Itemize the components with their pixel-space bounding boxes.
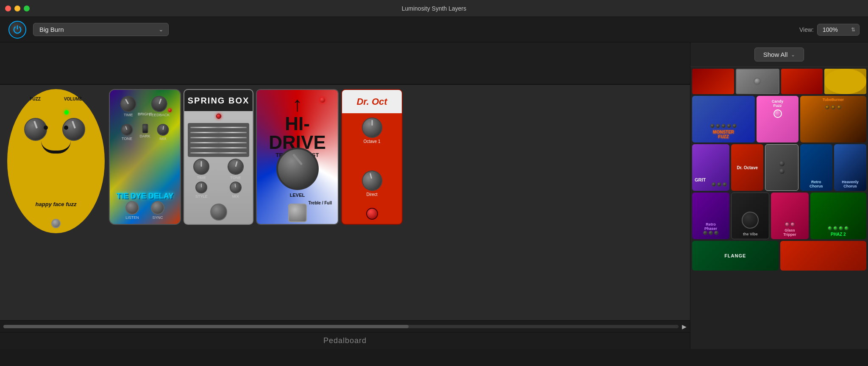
- pedalboard-scrollbar[interactable]: ▶: [0, 320, 690, 332]
- glasstripper-knobs: [785, 222, 795, 226]
- sidebar-pedal-whitebox[interactable]: [765, 144, 798, 191]
- springbox-led: [216, 114, 221, 119]
- feedback-knob-group[interactable]: FEEDBACK: [149, 96, 170, 117]
- sidebar-pedal-grit[interactable]: GRIT: [692, 144, 729, 191]
- title-bar: Luminosity Synth Layers: [0, 0, 868, 17]
- sidebar-pedal-phaz2[interactable]: PHAZ 2: [810, 193, 866, 239]
- sidebar-pedal-monster-fuzz[interactable]: MONSTERFUZZ: [692, 96, 755, 142]
- pedal-body-spring-box[interactable]: SPRING BOX: [184, 89, 253, 225]
- pedal-body-happy-face-fuzz[interactable]: FUZZ VOLUME: [7, 89, 105, 233]
- time-knob-group[interactable]: TIME: [120, 96, 136, 117]
- springbox-header: SPRING BOX: [184, 90, 253, 111]
- power-button[interactable]: [8, 21, 26, 39]
- hidrive-title: HI-DRIVE: [269, 115, 326, 152]
- sidebar-pedal-glass-tripper[interactable]: GlassTripper: [771, 193, 808, 239]
- sidebar-grid[interactable]: MONSTERFUZZ CandyFuzz TubeBurner: [690, 67, 868, 349]
- mix-knob-group[interactable]: MIX: [157, 124, 169, 141]
- sidebar-pedal-happyface-thumb[interactable]: [692, 69, 734, 94]
- hidrive-footswitch[interactable]: [288, 204, 307, 222]
- feedback-led: [168, 109, 171, 112]
- pedal-spring-box[interactable]: SPRING BOX: [184, 89, 253, 225]
- bright-toggle-group[interactable]: DARK: [139, 124, 150, 138]
- preset-dropdown[interactable]: Big Burn: [33, 23, 169, 36]
- whitebox-content: [765, 145, 798, 190]
- scrollbar-track[interactable]: [3, 325, 679, 328]
- sidebar-row-4: FLANGE: [692, 241, 866, 271]
- sidebar-row-1: MONSTERFUZZ CandyFuzz TubeBurner: [692, 96, 866, 142]
- sidebar-pedal-dr-octave-thumb[interactable]: Dr. Octave: [731, 144, 763, 191]
- sidebar-pedal-octafuzz-thumb[interactable]: [736, 69, 779, 94]
- sidebar-pedal-heavenly-chorus[interactable]: HeavenlyChorus: [834, 144, 866, 191]
- sidebar-row-2: GRIT Dr. Octave R: [692, 144, 866, 191]
- show-all-label: Show All: [763, 51, 788, 58]
- grit-title: GRIT: [695, 177, 727, 182]
- time-knob[interactable]: TIME: [193, 159, 209, 180]
- sidebar-pedal-tube-burner[interactable]: TubeBurner: [800, 96, 866, 142]
- sidebar-pedal-the-vibe[interactable]: the Vibe: [731, 193, 769, 239]
- springbox-title: SPRING BOX: [188, 96, 250, 106]
- retrochorus-title: RetroChorus: [810, 180, 823, 188]
- eye-right: [64, 126, 68, 130]
- eye-left: [44, 126, 48, 130]
- hidrive-arrow: ↑: [292, 94, 303, 115]
- sidebar-pedal-bigmuff-thumb[interactable]: [781, 69, 823, 94]
- tone-label: TONE: [122, 137, 132, 141]
- sidebar-pedal-red[interactable]: [780, 241, 867, 271]
- direct-knob[interactable]: Direct: [362, 170, 382, 197]
- scroll-right-arrow[interactable]: ▶: [682, 323, 687, 330]
- pedalboard-area: FUZZ VOLUME: [0, 42, 690, 349]
- mounting-bolt: [51, 219, 61, 228]
- pedal-body-dr-octave[interactable]: Dr. Oct Octave 1 Direct: [341, 89, 403, 225]
- droctave-thumb-title: Dr. Octave: [737, 165, 758, 170]
- sync-footswitch[interactable]: [151, 201, 164, 215]
- scrollbar-thumb[interactable]: [3, 325, 409, 328]
- sidebar-pedal-hff-thumb[interactable]: [824, 69, 866, 94]
- pedal-happy-face-fuzz[interactable]: FUZZ VOLUME: [6, 89, 106, 233]
- grit-knobs: [712, 182, 727, 187]
- droct-led[interactable]: [366, 208, 378, 220]
- candyfuzz-knob: [773, 109, 782, 118]
- springbox-footswitch[interactable]: [210, 204, 227, 221]
- dark-label: DARK: [139, 134, 150, 138]
- listen-label: LISTEN: [125, 215, 139, 220]
- pedal-name-text: happy face fuzz: [36, 200, 77, 208]
- sidebar-pedal-candy-fuzz[interactable]: CandyFuzz: [757, 96, 798, 142]
- treble-full-label: Treble / Full: [308, 198, 332, 206]
- view-dropdown-wrap[interactable]: 100%: [817, 24, 860, 36]
- main-area: FUZZ VOLUME: [0, 42, 868, 349]
- mix-knob-sb[interactable]: MIX: [230, 182, 242, 198]
- volume-label: VOLUME: [64, 97, 82, 101]
- level-label: LEVEL: [290, 193, 305, 198]
- close-button[interactable]: [5, 6, 11, 11]
- sidebar-pedal-flange[interactable]: FLANGE: [692, 241, 779, 271]
- pedal-body-hi-drive[interactable]: ↑ HI-DRIVE TREBLE BOOST LEVEL: [256, 89, 339, 225]
- sidebar-pedal-retro-chorus[interactable]: RetroChorus: [800, 144, 832, 191]
- springbox-led-wrap: [184, 114, 253, 120]
- sidebar-pedal-retro-phaser[interactable]: RetroPhaser: [692, 193, 729, 239]
- traffic-lights: [5, 6, 30, 11]
- minimize-button[interactable]: [14, 6, 20, 11]
- tone-knob-group[interactable]: TONE: [121, 124, 133, 141]
- listen-footswitch[interactable]: [125, 201, 139, 215]
- fuzz-label: FUZZ: [30, 97, 41, 101]
- octave1-knob[interactable]: Octave 1: [362, 117, 382, 144]
- pedal-body-tiedye-delay[interactable]: TIME FEEDBACK BRIGHT: [109, 89, 181, 225]
- toolbar: Big Burn View: 100%: [0, 17, 868, 42]
- retrophaser-knobs: [703, 231, 718, 235]
- pedal-dr-octave[interactable]: Dr. Oct Octave 1 Direct: [341, 89, 403, 225]
- pedalboard-label: Pedalboard: [323, 336, 367, 345]
- tone-knob-sb[interactable]: TONE: [228, 159, 244, 180]
- hidrive-level-knob[interactable]: [276, 148, 319, 190]
- preset-dropdown-wrap[interactable]: Big Burn: [33, 23, 169, 36]
- window-title: Luminosity Synth Layers: [402, 5, 467, 12]
- view-dropdown[interactable]: 100%: [817, 24, 860, 36]
- show-all-button[interactable]: Show All: [754, 47, 804, 61]
- sidebar-row-0: [692, 69, 866, 94]
- style-knob[interactable]: STYLE: [195, 182, 208, 198]
- style-label-sb: STYLE: [195, 194, 208, 198]
- octave1-label: Octave 1: [363, 139, 380, 144]
- pedal-tiedye-delay[interactable]: TIME FEEDBACK BRIGHT: [109, 89, 181, 225]
- springbox-footswitch-wrap: [184, 202, 253, 221]
- maximize-button[interactable]: [24, 6, 30, 11]
- pedal-hi-drive[interactable]: ↑ HI-DRIVE TREBLE BOOST LEVEL: [256, 89, 339, 225]
